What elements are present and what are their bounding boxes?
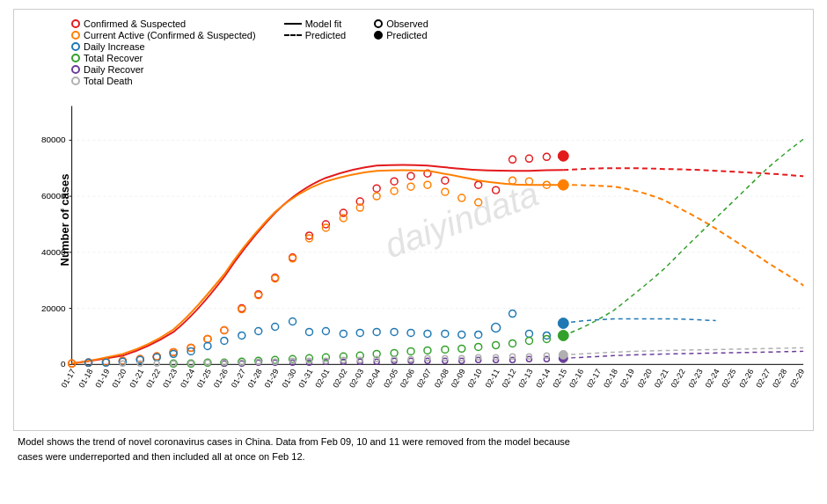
svg-point-133 [356, 329, 363, 336]
daily-recover-predicted-line [563, 351, 803, 358]
svg-point-83 [475, 181, 482, 188]
svg-point-131 [322, 327, 329, 334]
footer-line1: Model shows the trend of novel coronavir… [18, 436, 570, 447]
svg-point-130 [306, 328, 313, 335]
svg-text:02-29: 02-29 [788, 368, 806, 390]
svg-point-87 [543, 153, 550, 160]
svg-point-211 [510, 354, 516, 359]
svg-point-113 [475, 199, 482, 206]
svg-point-135 [391, 328, 398, 335]
svg-text:01-19: 01-19 [93, 368, 111, 390]
svg-text:02-23: 02-23 [687, 368, 705, 390]
svg-text:01-22: 01-22 [144, 368, 162, 390]
svg-text:20000: 20000 [41, 303, 66, 313]
svg-text:02-12: 02-12 [500, 368, 517, 390]
svg-point-134 [373, 328, 380, 335]
svg-point-128 [272, 324, 279, 331]
svg-text:02-02: 02-02 [331, 368, 348, 390]
svg-point-141 [509, 310, 516, 318]
svg-text:02-26: 02-26 [737, 368, 755, 390]
svg-point-98 [221, 326, 228, 333]
svg-point-108 [391, 187, 398, 194]
x-labels: 01-17 01-18 01-19 01-20 01-21 01-22 [60, 368, 807, 390]
svg-text:02-22: 02-22 [670, 368, 687, 390]
svg-text:02-18: 02-18 [602, 368, 619, 390]
svg-point-137 [424, 330, 431, 337]
svg-text:02-01: 02-01 [313, 368, 331, 390]
svg-point-191 [171, 361, 176, 366]
svg-text:01-18: 01-18 [77, 368, 94, 390]
svg-text:01-24: 01-24 [179, 368, 196, 390]
main-container: Number of cases daiyindata Confirmed & S… [0, 0, 827, 468]
svg-text:01-27: 01-27 [230, 368, 247, 390]
svg-point-85 [509, 156, 516, 163]
svg-text:01-26: 01-26 [212, 368, 230, 390]
svg-text:02-06: 02-06 [399, 368, 416, 390]
svg-text:01-29: 01-29 [263, 368, 281, 390]
svg-point-79 [391, 178, 398, 185]
svg-point-112 [458, 194, 465, 201]
svg-point-78 [373, 185, 380, 192]
svg-point-164 [493, 341, 500, 348]
svg-point-139 [458, 331, 465, 338]
svg-text:02-19: 02-19 [618, 368, 636, 390]
svg-point-192 [188, 361, 194, 366]
svg-point-82 [442, 177, 449, 184]
svg-text:02-15: 02-15 [551, 368, 568, 390]
confirmed-predicted-dot [558, 150, 568, 161]
svg-text:02-08: 02-08 [433, 368, 450, 390]
svg-point-163 [475, 343, 482, 350]
svg-text:02-24: 02-24 [703, 368, 721, 390]
confirmed-predicted-line [563, 168, 803, 176]
svg-point-84 [493, 186, 500, 194]
footer-text: Model shows the trend of novel coronavir… [13, 435, 814, 464]
svg-text:02-25: 02-25 [720, 368, 737, 390]
svg-point-190 [154, 361, 159, 366]
svg-text:02-17: 02-17 [585, 368, 603, 390]
svg-text:01-23: 01-23 [161, 368, 179, 390]
svg-point-161 [442, 346, 449, 353]
active-predicted-line [563, 185, 803, 286]
svg-point-115 [525, 178, 532, 185]
svg-point-114 [509, 177, 516, 184]
svg-text:60000: 60000 [41, 191, 66, 201]
svg-text:02-11: 02-11 [484, 368, 501, 390]
svg-point-162 [458, 345, 465, 352]
daily-increase-predicted-line [563, 319, 715, 324]
svg-text:02-03: 02-03 [348, 368, 365, 390]
svg-text:01-28: 01-28 [246, 368, 264, 390]
svg-point-166 [525, 337, 532, 344]
svg-point-213 [544, 353, 549, 358]
svg-text:02-28: 02-28 [771, 368, 788, 390]
svg-point-138 [442, 330, 449, 337]
svg-text:02-16: 02-16 [567, 368, 585, 390]
svg-text:01-31: 01-31 [296, 368, 314, 390]
svg-point-144 [492, 324, 501, 332]
svg-point-129 [289, 318, 296, 325]
svg-point-136 [407, 329, 414, 336]
svg-text:02-05: 02-05 [382, 368, 399, 390]
svg-text:01-17: 01-17 [60, 368, 77, 390]
svg-text:40000: 40000 [41, 247, 66, 257]
svg-point-127 [255, 327, 262, 334]
svg-point-142 [525, 330, 532, 337]
svg-text:02-07: 02-07 [415, 368, 433, 390]
svg-text:80000: 80000 [41, 135, 66, 144]
svg-point-97 [204, 335, 211, 342]
svg-point-158 [391, 349, 398, 356]
svg-text:0: 0 [61, 359, 66, 369]
svg-text:01-25: 01-25 [195, 368, 213, 390]
svg-text:01-20: 01-20 [110, 368, 128, 390]
svg-point-159 [407, 347, 414, 354]
active-fit-line [72, 170, 564, 363]
svg-text:01-21: 01-21 [128, 368, 145, 390]
footer-line2: cases were underreported and then includ… [18, 451, 305, 462]
svg-point-80 [407, 172, 414, 179]
svg-text:02-09: 02-09 [450, 368, 467, 390]
svg-point-160 [424, 347, 431, 354]
axes: 0 20000 40000 60000 80000 [41, 106, 803, 369]
svg-text:02-10: 02-10 [466, 368, 484, 390]
svg-point-86 [525, 155, 532, 162]
svg-point-109 [407, 183, 414, 190]
chart-area: Number of cases daiyindata Confirmed & S… [13, 9, 814, 431]
